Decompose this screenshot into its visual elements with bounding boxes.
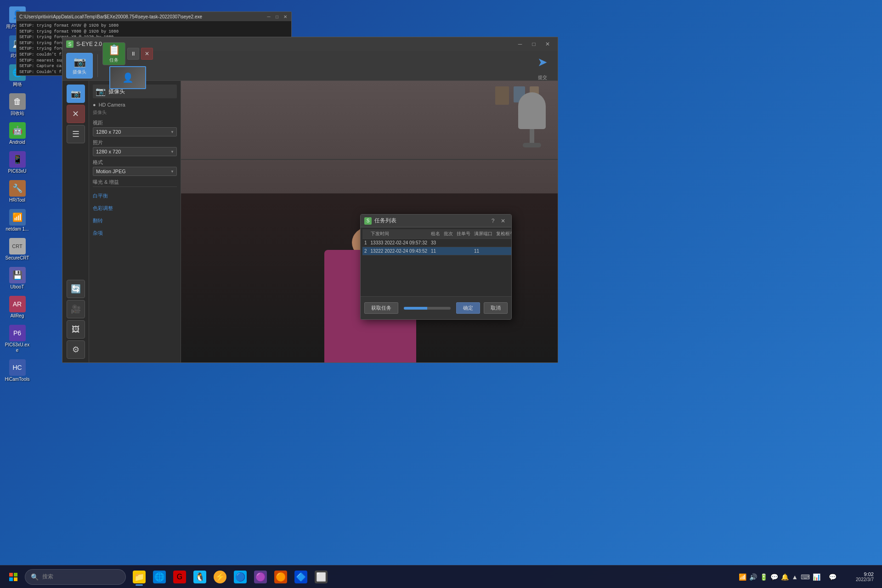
search-placeholder: 搜索 bbox=[42, 573, 53, 581]
desktop-icon-android[interactable]: 🤖 Android bbox=[2, 120, 32, 147]
desktop-icon-pic63[interactable]: 📱 PIC63xU bbox=[2, 149, 32, 176]
desktop-icon-hritool[interactable]: 🔧 HRiTool bbox=[2, 178, 32, 205]
sidebar-camera-btn[interactable]: 📷 bbox=[67, 85, 85, 103]
dialog-close-btn[interactable]: ✕ bbox=[498, 217, 508, 225]
desktop-icon-securecrt[interactable]: CRT SecureCRT bbox=[2, 236, 32, 263]
taskbar-app-9[interactable]: ⬜ bbox=[311, 567, 331, 587]
camera-name-label: HD Camera bbox=[99, 102, 125, 107]
desktop-icon-allreg[interactable]: AR AllReg bbox=[2, 294, 32, 321]
netdam-icon: 📶 bbox=[9, 209, 26, 226]
desktop-icon-pic63exe[interactable]: P6 PIC63xU.exe bbox=[2, 323, 32, 355]
desktop-icon-uboot[interactable]: 💾 UbooT bbox=[2, 265, 32, 292]
android-icon: 🤖 bbox=[9, 122, 26, 139]
room-scene: S 任务列表 ? ✕ bbox=[181, 81, 558, 362]
taskbar-app-7[interactable]: 🟠 bbox=[271, 567, 290, 587]
taskbar-g-security[interactable]: G bbox=[170, 567, 189, 587]
keyboard-icon[interactable]: ⌨ bbox=[801, 573, 810, 581]
terminal-minimize-btn[interactable]: ─ bbox=[266, 13, 272, 20]
sidebar-gear-icon: ⚙ bbox=[72, 345, 79, 355]
battery-icon[interactable]: 🔋 bbox=[760, 573, 768, 581]
flip-link[interactable]: 翻转 bbox=[93, 217, 177, 224]
format-select[interactable]: Motion JPEG bbox=[93, 167, 177, 176]
cancel-btn[interactable]: 取消 bbox=[484, 302, 508, 314]
systray: 📶 🔊 🔋 💬 🔔 ▲ ⌨ 📊 bbox=[739, 573, 820, 581]
desktop-icon-netdam[interactable]: 📶 netdam 1... bbox=[2, 207, 32, 234]
main-app-window: S S-EYE 2.0 ─ □ ✕ 📷 摄像头 📋 bbox=[62, 37, 558, 363]
desktop-icon-recycle[interactable]: 🗑 回收站 bbox=[2, 91, 32, 118]
camera-bullet: ● bbox=[93, 102, 96, 107]
row2-order bbox=[455, 247, 472, 255]
whitebalance-link[interactable]: 白平衡 bbox=[93, 192, 177, 199]
taskbar-right: 📶 🔊 🔋 💬 🔔 ▲ ⌨ 📊 💬 9:02 2022/3/7 bbox=[739, 569, 878, 585]
taskbar-clock[interactable]: 9:02 2022/3/7 bbox=[844, 571, 876, 583]
taskbar-browser[interactable]: ⚡ bbox=[210, 567, 230, 587]
confirm-btn[interactable]: 确定 bbox=[456, 302, 480, 314]
browser-icon: ⚡ bbox=[214, 571, 226, 583]
bars-icon[interactable]: 📊 bbox=[813, 573, 820, 581]
terminal-maximize-btn[interactable]: □ bbox=[274, 13, 280, 20]
app-minimize-btn[interactable]: ─ bbox=[514, 40, 526, 49]
uboot-icon: 💾 bbox=[9, 267, 26, 283]
app-maximize-btn[interactable]: □ bbox=[527, 40, 540, 49]
sidebar-image-btn[interactable]: 🖼 bbox=[67, 320, 85, 339]
dialog-title: S 任务列表 bbox=[364, 217, 396, 225]
sidebar-x-icon: ✕ bbox=[72, 109, 79, 119]
submit-icon: ➤ bbox=[537, 55, 548, 69]
dialog-title-text: 任务列表 bbox=[374, 217, 396, 225]
dialog-help-btn[interactable]: ? bbox=[488, 217, 498, 225]
color-link[interactable]: 色彩调整 bbox=[93, 205, 177, 212]
task-toolbar-btn[interactable]: 📋 任务 bbox=[102, 42, 125, 65]
taskbar: 🔍 搜索 📁 🌐 G 🐧 ⚡ 🔵 🟣 bbox=[0, 565, 882, 588]
other-link[interactable]: 杂项 bbox=[93, 230, 177, 237]
get-task-btn[interactable]: 获取任务 bbox=[364, 302, 398, 314]
taskbar-app-6[interactable]: 🟣 bbox=[251, 567, 270, 587]
up-icon[interactable]: ▲ bbox=[792, 573, 798, 581]
svg-rect-0 bbox=[9, 573, 13, 577]
camera-toolbar-btn[interactable]: 📷 摄像头 bbox=[66, 53, 93, 79]
task-icon: 📋 bbox=[108, 44, 120, 56]
stop-btn[interactable]: ✕ bbox=[141, 48, 153, 60]
wifi-icon[interactable]: 📶 bbox=[739, 573, 746, 581]
sidebar-video-btn[interactable]: 🎥 bbox=[67, 300, 85, 318]
volume-icon[interactable]: 🔊 bbox=[749, 573, 757, 581]
sidebar-settings-btn[interactable]: ⚙ bbox=[67, 340, 85, 359]
sidebar-refresh-btn[interactable]: 🔄 bbox=[67, 280, 85, 298]
table-row-2[interactable]: 2 13222 2022-02-24 09:43:52 11 11 bbox=[362, 247, 511, 255]
notification-icon[interactable]: 🔔 bbox=[781, 573, 789, 581]
taskbar-app-5[interactable]: 🔵 bbox=[231, 567, 250, 587]
taskbar-search[interactable]: 🔍 搜索 bbox=[25, 569, 126, 585]
terminal-close-btn[interactable]: ✕ bbox=[282, 13, 288, 20]
dialog-controls: ? ✕ bbox=[488, 217, 508, 225]
pause-btn[interactable]: ⏸ bbox=[127, 48, 139, 60]
app-toolbar: 📷 摄像头 📋 任务 ⏸ ✕ bbox=[62, 51, 558, 81]
taskbar-icon-8: 🔷 bbox=[294, 571, 307, 583]
photo-select[interactable]: 1280 x 720 bbox=[93, 147, 177, 156]
sidebar-close-btn[interactable]: ✕ bbox=[67, 105, 85, 123]
chat-icon[interactable]: 💬 bbox=[770, 573, 778, 581]
submit-btn[interactable]: ➤ bbox=[531, 51, 554, 74]
sidebar-menu-btn[interactable]: ☰ bbox=[67, 125, 85, 143]
row1-frame bbox=[494, 239, 511, 247]
action-center-btn[interactable]: 💬 bbox=[824, 569, 841, 585]
taskbar-qq[interactable]: 🐧 bbox=[190, 567, 209, 587]
start-button[interactable] bbox=[4, 569, 23, 585]
hicamtools-icon: HC bbox=[9, 359, 26, 376]
svg-rect-3 bbox=[14, 577, 17, 581]
task-dialog[interactable]: S 任务列表 ? ✕ bbox=[360, 214, 512, 320]
desktop-icon-hicamtools[interactable]: HC HiCamTools bbox=[2, 357, 32, 384]
taskbar-edge[interactable]: 🌐 bbox=[150, 567, 169, 587]
taskbar-file-explorer[interactable]: 📁 bbox=[130, 567, 149, 587]
svg-rect-2 bbox=[9, 577, 13, 581]
flip-section: 翻转 bbox=[93, 217, 177, 224]
resolution-select[interactable]: 1280 x 720 bbox=[93, 127, 177, 136]
taskbar-app-8[interactable]: 🔷 bbox=[291, 567, 311, 587]
android-label: Android bbox=[9, 140, 25, 145]
table-row-1[interactable]: 1 13333 2022-02-24 09:57:32 33 bbox=[362, 239, 511, 247]
g-security-icon: G bbox=[173, 571, 186, 583]
task-toolbar-area: 📋 任务 ⏸ ✕ 👤 bbox=[102, 42, 153, 89]
terminal-titlebar: C:\Users\pritixin\AppData\Local\Temp\Bar… bbox=[17, 12, 291, 21]
windows-logo-icon bbox=[9, 573, 17, 581]
network-label: 网络 bbox=[13, 82, 22, 87]
app-close-btn[interactable]: ✕ bbox=[541, 40, 554, 49]
camera-thumb-1[interactable]: 👤 bbox=[109, 66, 146, 89]
